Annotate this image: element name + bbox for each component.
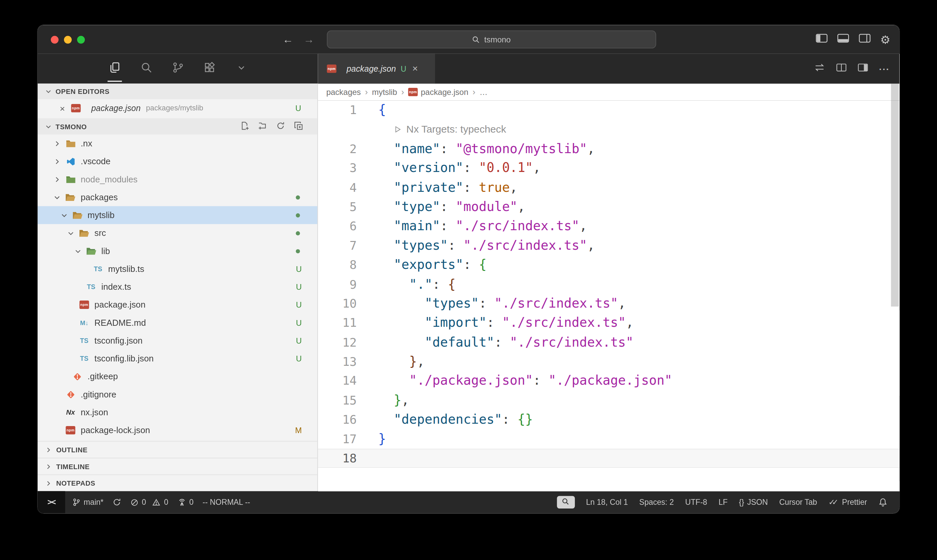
git-branch-status[interactable]: main* bbox=[72, 498, 104, 507]
breadcrumb-item[interactable]: … bbox=[480, 88, 488, 97]
folder-open-icon bbox=[65, 193, 76, 202]
code-line-16[interactable]: 16 "dependencies": {} bbox=[318, 410, 900, 429]
line-number: 14 bbox=[318, 371, 357, 391]
code-line-2[interactable]: 2 "name": "@tsmono/mytslib", bbox=[318, 139, 900, 158]
tree-item--nx[interactable]: .nx bbox=[38, 134, 317, 152]
code-line-3[interactable]: 3 "version": "0.0.1", bbox=[318, 158, 900, 178]
folder-icon bbox=[65, 139, 76, 148]
more-views-button[interactable] bbox=[232, 54, 250, 84]
tree-item-readme-md[interactable]: M↓README.mdU bbox=[38, 314, 317, 331]
code-line-7[interactable]: 7 "types": "./src/index.ts", bbox=[318, 236, 900, 255]
tree-item-index-ts[interactable]: TSindex.tsU bbox=[38, 278, 317, 296]
open-editor-item[interactable]: × npm package.json packages/mytslib U bbox=[38, 99, 317, 117]
notifications-button[interactable] bbox=[879, 498, 888, 507]
close-editor-icon[interactable]: × bbox=[60, 104, 65, 113]
panel-notepads[interactable]: NOTEPADS bbox=[38, 474, 317, 491]
search-tab[interactable] bbox=[137, 54, 155, 84]
code-line-1[interactable]: 1{ bbox=[318, 100, 900, 120]
problems-status[interactable]: 0 0 bbox=[131, 498, 169, 507]
tree-item--vscode[interactable]: .vscode bbox=[38, 152, 317, 170]
code-line-12[interactable]: 12 "default": "./src/index.ts" bbox=[318, 332, 900, 352]
git-change-dot bbox=[296, 231, 300, 235]
toggle-primary-sidebar-icon[interactable] bbox=[815, 33, 828, 45]
code-line-14[interactable]: 14 "./package.json": "./package.json" bbox=[318, 371, 900, 391]
chevron-down-icon bbox=[67, 229, 75, 237]
encoding-status[interactable]: UTF-8 bbox=[685, 498, 707, 507]
tree-item-lib[interactable]: lib bbox=[38, 242, 317, 260]
sync-changes-button[interactable] bbox=[112, 498, 122, 507]
settings-gear-icon[interactable]: ⚙ bbox=[880, 34, 890, 45]
tab-package-json[interactable]: npm package.json U × bbox=[318, 54, 435, 84]
cursor-tab-status[interactable]: Cursor Tab bbox=[779, 498, 817, 507]
navigate-forward-button[interactable]: → bbox=[303, 33, 314, 46]
tree-item-package-lock-json[interactable]: npmpackage-lock.jsonM bbox=[38, 422, 317, 439]
refresh-icon[interactable] bbox=[276, 121, 285, 131]
tree-item--gitkeep[interactable]: .gitkeep bbox=[38, 368, 317, 385]
code-line-4[interactable]: 4 "private": true, bbox=[318, 178, 900, 197]
tree-item-mytslib-ts[interactable]: TSmytslib.tsU bbox=[38, 260, 317, 278]
tree-item-tsconfig-lib-json[interactable]: TStsconfig.lib.jsonU bbox=[38, 350, 317, 368]
tree-item-label: nx.json bbox=[81, 408, 108, 417]
ports-status[interactable]: 0 bbox=[177, 498, 194, 507]
code-line-18[interactable]: 18 bbox=[318, 449, 900, 468]
formatter-status[interactable]: ✓✓ Prettier bbox=[828, 498, 867, 507]
panel-outline[interactable]: OUTLINE bbox=[38, 441, 317, 458]
extensions-tab[interactable] bbox=[201, 54, 218, 84]
search-icon bbox=[562, 497, 569, 507]
navigate-back-button[interactable]: ← bbox=[283, 33, 294, 46]
source-control-tab[interactable] bbox=[169, 54, 187, 84]
eol-status[interactable]: LF bbox=[719, 498, 728, 507]
language-mode-status[interactable]: {} JSON bbox=[739, 498, 768, 507]
open-preview-icon[interactable] bbox=[836, 63, 847, 75]
indentation-status[interactable]: Spaces: 2 bbox=[639, 498, 674, 507]
toggle-panel-icon[interactable] bbox=[837, 33, 849, 45]
cursor-position-status[interactable]: Ln 18, Col 1 bbox=[586, 498, 628, 507]
new-file-icon[interactable] bbox=[240, 121, 249, 131]
tree-item-nx-json[interactable]: Nxnx.json bbox=[38, 403, 317, 421]
chevron-down-icon bbox=[53, 193, 62, 201]
code-line-13[interactable]: 13 }, bbox=[318, 352, 900, 372]
tree-item-package-json[interactable]: npmpackage.jsonU bbox=[38, 296, 317, 314]
tree-item-packages[interactable]: packages bbox=[38, 188, 317, 206]
tree-item-src[interactable]: src bbox=[38, 224, 317, 242]
open-changes-icon[interactable] bbox=[814, 63, 825, 75]
vim-mode-indicator[interactable]: -- NORMAL -- bbox=[203, 498, 250, 507]
remote-indicator[interactable]: >< bbox=[38, 491, 65, 513]
close-window-button[interactable] bbox=[51, 36, 58, 44]
breadcrumb-item[interactable]: npmpackage.json bbox=[408, 88, 469, 97]
zoom-window-button[interactable] bbox=[77, 36, 85, 44]
search-status-button[interactable] bbox=[557, 496, 574, 509]
code-line-11[interactable]: 11 "import": "./src/index.ts", bbox=[318, 313, 900, 333]
new-folder-icon[interactable] bbox=[258, 121, 267, 131]
split-editor-icon[interactable] bbox=[858, 63, 868, 75]
editor-scrollbar[interactable] bbox=[891, 84, 899, 306]
code-line-10[interactable]: 10 "types": "./src/index.ts", bbox=[318, 294, 900, 313]
minimize-window-button[interactable] bbox=[64, 36, 72, 44]
project-section-header[interactable]: TSMONO bbox=[38, 118, 317, 135]
command-center-search[interactable]: tsmono bbox=[327, 31, 656, 48]
tree-item-label: mytslib bbox=[88, 210, 114, 220]
tree-item--gitignore[interactable]: .gitignore bbox=[38, 385, 317, 403]
code-line-9[interactable]: 9 ".": { bbox=[318, 275, 900, 294]
git-branch-icon bbox=[72, 498, 81, 507]
code-line-8[interactable]: 8 "exports": { bbox=[318, 255, 900, 275]
more-actions-icon[interactable]: ··· bbox=[879, 64, 890, 74]
open-editors-header[interactable]: OPEN EDITORS bbox=[38, 84, 317, 99]
code-line-15[interactable]: 15 }, bbox=[318, 391, 900, 410]
code-line-5[interactable]: 5 "type": "module", bbox=[318, 197, 900, 217]
double-check-icon: ✓✓ bbox=[828, 498, 835, 507]
tree-item-node-modules[interactable]: node_modules bbox=[38, 170, 317, 188]
code-line-17[interactable]: 17} bbox=[318, 429, 900, 449]
panel-timeline[interactable]: TIMELINE bbox=[38, 458, 317, 474]
collapse-folders-icon[interactable] bbox=[294, 121, 303, 131]
code-line-6[interactable]: 6 "main": "./src/index.ts", bbox=[318, 216, 900, 236]
close-tab-icon[interactable]: × bbox=[412, 64, 418, 73]
code-lens-nx-targets[interactable]: Nx Targets: typecheck bbox=[318, 120, 900, 139]
breadcrumb-item[interactable]: packages bbox=[326, 88, 361, 97]
toggle-secondary-sidebar-icon[interactable] bbox=[859, 33, 871, 45]
explorer-tab[interactable] bbox=[105, 54, 123, 84]
tree-item-tsconfig-json[interactable]: TStsconfig.jsonU bbox=[38, 331, 317, 349]
breadcrumb-item[interactable]: mytslib bbox=[372, 88, 397, 97]
npm-icon: npm bbox=[70, 104, 81, 112]
tree-item-mytslib[interactable]: mytslib bbox=[38, 206, 317, 224]
